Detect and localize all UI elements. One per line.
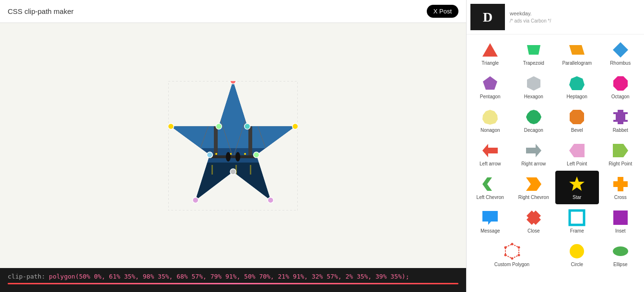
heptagon-icon [568,75,585,92]
shape-label-hexagon: Hexagon [524,94,543,99]
shape-custom-polygon[interactable]: Custom Polygon [468,238,555,271]
handle-0 [230,81,236,84]
handle-6 [193,197,199,203]
canvas-area [0,23,466,268]
svg-marker-23 [482,43,498,57]
svg-marker-30 [613,76,628,91]
frame-icon [568,209,585,226]
shape-label-bevel: Bevel [571,128,583,133]
shape-label-left-arrow: Left arrow [480,161,501,166]
custom-polygon-icon [503,243,521,260]
shape-inset[interactable]: Inset [599,204,643,238]
svg-point-18 [235,152,240,162]
shape-parallelogram[interactable]: Parallelogram [555,36,599,70]
star-canvas [168,81,298,210]
octagon-icon [612,75,629,92]
shape-bevel[interactable]: Bevel [555,104,599,137]
shape-rabbet[interactable]: Rabbet [599,104,643,137]
ad-area: D weekday. /* ads via Carbon */ [467,0,644,35]
shape-label-star: Star [573,195,581,200]
shape-left-chevron[interactable]: Left Chevron [468,171,512,204]
trapezoid-icon [525,41,542,58]
svg-point-48 [511,243,513,245]
shape-frame[interactable]: Frame [555,204,599,238]
shape-star[interactable]: Star [555,171,599,204]
right-arrow-icon [525,142,542,159]
pentagon-icon [481,75,499,92]
ad-carbon: /* ads via Carbon */ [510,18,551,23]
shape-decagon[interactable]: Decagon [512,104,556,137]
shape-hexagon[interactable]: Hexagon [512,70,556,104]
shape-circle[interactable]: Circle [555,238,599,271]
shape-label-ellipse: Ellipse [613,262,627,267]
svg-point-13 [215,153,217,155]
close-icon [525,209,542,226]
left-arrow-icon [481,142,499,159]
shape-right-point[interactable]: Right Point [599,137,643,171]
shape-label-nonagon: Nonagon [480,128,500,133]
xpost-button[interactable]: X Post [427,5,458,18]
svg-marker-27 [483,76,497,90]
shape-label-left-chevron: Left Chevron [477,195,504,200]
handle-4 [268,197,273,203]
shape-ellipse[interactable]: Ellipse [599,238,643,271]
left-point-icon [568,142,585,159]
svg-marker-28 [527,76,540,91]
svg-marker-24 [527,45,540,55]
shape-message[interactable]: Message [468,204,512,238]
handle-8 [168,123,174,129]
ad-content: weekday. /* ads via Carbon */ [510,11,551,23]
clip-path-code: polygon(50% 0%, 61% 35%, 98% 35%, 68% 57… [49,273,409,280]
svg-point-49 [517,246,520,248]
shape-triangle[interactable]: Triangle [468,36,512,70]
shape-close[interactable]: Close [512,204,556,238]
ad-logo-text: D [483,10,492,25]
svg-marker-44 [527,210,541,225]
underline-bar [8,283,458,284]
svg-point-12 [201,153,203,155]
svg-rect-11 [183,155,283,158]
svg-marker-25 [569,45,585,55]
svg-rect-3 [168,81,298,148]
svg-marker-36 [526,144,541,157]
shape-trapezoid[interactable]: Trapezoid [512,36,556,70]
shape-label-triangle: Triangle [481,60,499,66]
svg-rect-21 [250,165,251,175]
svg-point-53 [504,246,506,248]
star-icon [568,175,585,193]
shape-label-rabbet: Rabbet [613,128,628,133]
svg-point-52 [504,254,506,256]
svg-marker-32 [526,110,541,124]
shape-pentagon[interactable]: Pentagon [468,70,512,104]
ellipse-icon [612,243,629,260]
svg-marker-37 [569,144,585,157]
svg-point-50 [517,254,520,256]
shape-left-arrow[interactable]: Left arrow [468,137,512,171]
shape-rhombus[interactable]: Rhombus [599,36,643,70]
svg-rect-46 [613,210,628,225]
shape-right-arrow[interactable]: Right arrow [512,137,556,171]
svg-marker-31 [482,110,498,125]
shape-right-chevron[interactable]: Right Chevron [512,171,556,204]
svg-marker-33 [570,110,584,124]
shape-label-close: Close [527,228,540,234]
shape-label-circle: Circle [571,262,583,267]
ad-text: weekday. [510,11,551,16]
handle-7 [207,152,212,157]
svg-marker-41 [569,176,585,191]
rhombus-icon [612,41,629,58]
shape-left-point[interactable]: Left Point [555,137,599,171]
shape-heptagon[interactable]: Heptagon [555,70,599,104]
shape-octagon[interactable]: Octagon [599,70,643,104]
handle-3 [254,152,259,157]
shapes-grid: Triangle Trapezoid Parallelogram Rhombus [467,35,644,273]
parallelogram-icon [568,41,585,58]
image-container [168,81,298,210]
shape-label-pentagon: Pentagon [480,94,501,99]
handle-5 [230,169,236,175]
shape-cross[interactable]: Cross [599,171,643,204]
shape-nonagon[interactable]: Nonagon [468,104,512,137]
shape-label-left-point: Left Point [567,161,587,166]
shape-label-right-arrow: Right arrow [521,161,546,166]
bottom-bar: clip-path: polygon(50% 0%, 61% 35%, 98% … [0,268,466,292]
